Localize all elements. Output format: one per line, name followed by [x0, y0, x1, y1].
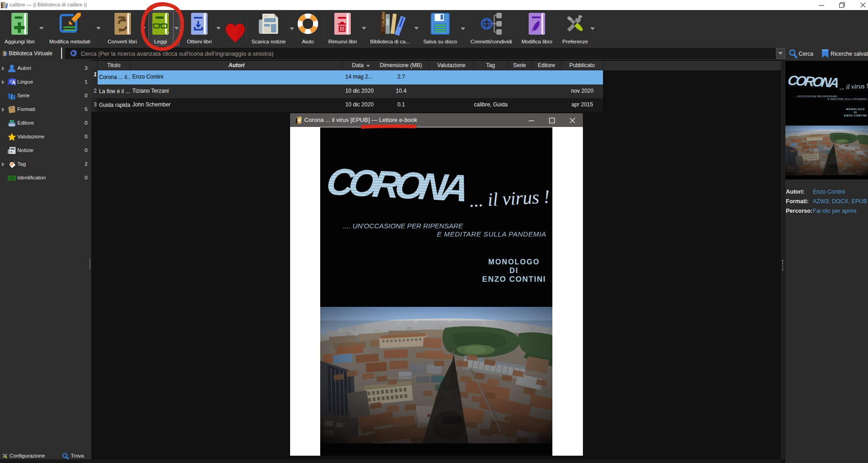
svg-text:CALIBRE: CALIBRE: [381, 11, 385, 26]
svg-text:A: A: [12, 80, 16, 85]
